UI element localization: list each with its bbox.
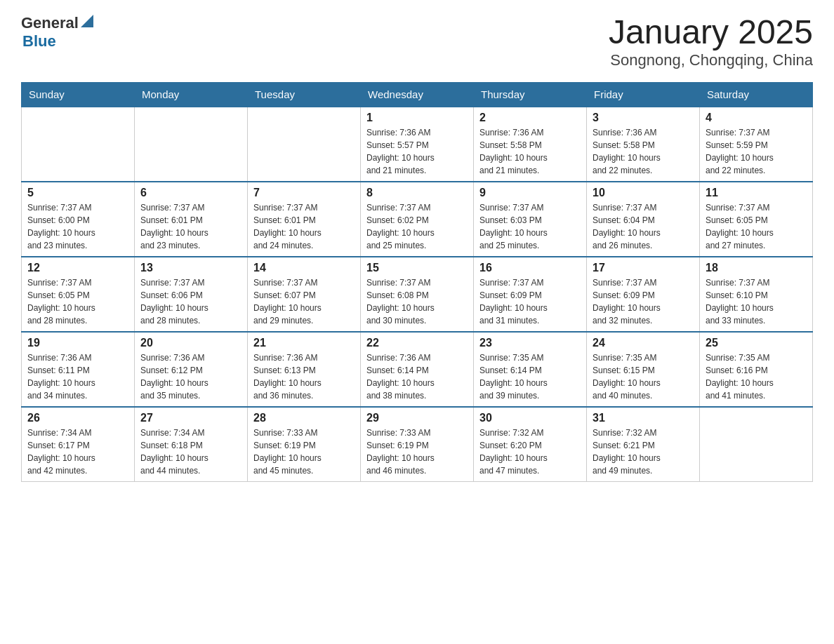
week-row-2: 5Sunrise: 7:37 AM Sunset: 6:00 PM Daylig… — [22, 182, 813, 257]
day-info: Sunrise: 7:37 AM Sunset: 6:08 PM Dayligh… — [366, 276, 468, 327]
calendar-cell: 9Sunrise: 7:37 AM Sunset: 6:03 PM Daylig… — [474, 182, 587, 257]
day-number: 1 — [366, 112, 468, 124]
day-info: Sunrise: 7:33 AM Sunset: 6:19 PM Dayligh… — [253, 427, 355, 477]
week-row-3: 12Sunrise: 7:37 AM Sunset: 6:05 PM Dayli… — [22, 257, 813, 332]
day-info: Sunrise: 7:36 AM Sunset: 6:12 PM Dayligh… — [140, 351, 241, 402]
calendar-cell: 16Sunrise: 7:37 AM Sunset: 6:09 PM Dayli… — [474, 257, 587, 332]
calendar-cell: 22Sunrise: 7:36 AM Sunset: 6:14 PM Dayli… — [361, 332, 474, 407]
calendar-cell: 5Sunrise: 7:37 AM Sunset: 6:00 PM Daylig… — [22, 182, 135, 257]
day-info: Sunrise: 7:32 AM Sunset: 6:21 PM Dayligh… — [593, 427, 694, 477]
calendar-cell: 31Sunrise: 7:32 AM Sunset: 6:21 PM Dayli… — [587, 407, 700, 482]
calendar-cell: 23Sunrise: 7:35 AM Sunset: 6:14 PM Dayli… — [474, 332, 587, 407]
day-number: 10 — [593, 187, 694, 199]
calendar-cell: 14Sunrise: 7:37 AM Sunset: 6:07 PM Dayli… — [248, 257, 361, 332]
weekday-header-monday: Monday — [135, 82, 248, 107]
weekday-header-wednesday: Wednesday — [361, 82, 474, 107]
calendar-cell: 21Sunrise: 7:36 AM Sunset: 6:13 PM Dayli… — [248, 332, 361, 407]
calendar-cell: 24Sunrise: 7:35 AM Sunset: 6:15 PM Dayli… — [587, 332, 700, 407]
calendar-subtitle: Songnong, Chongqing, China — [609, 51, 813, 69]
calendar-cell — [135, 107, 248, 182]
day-info: Sunrise: 7:35 AM Sunset: 6:15 PM Dayligh… — [593, 351, 694, 402]
day-info: Sunrise: 7:37 AM Sunset: 6:04 PM Dayligh… — [593, 201, 694, 252]
day-info: Sunrise: 7:37 AM Sunset: 6:02 PM Dayligh… — [366, 201, 468, 252]
day-number: 24 — [593, 337, 694, 349]
calendar-cell: 12Sunrise: 7:37 AM Sunset: 6:05 PM Dayli… — [22, 257, 135, 332]
day-info: Sunrise: 7:36 AM Sunset: 5:57 PM Dayligh… — [366, 126, 468, 177]
day-number: 8 — [366, 187, 468, 199]
calendar-cell: 17Sunrise: 7:37 AM Sunset: 6:09 PM Dayli… — [587, 257, 700, 332]
calendar-cell: 20Sunrise: 7:36 AM Sunset: 6:12 PM Dayli… — [135, 332, 248, 407]
day-number: 31 — [593, 412, 694, 424]
title-block: January 2025 Songnong, Chongqing, China — [609, 14, 813, 69]
day-info: Sunrise: 7:37 AM Sunset: 6:01 PM Dayligh… — [140, 201, 241, 252]
day-number: 20 — [140, 337, 241, 349]
logo: General Blue — [21, 14, 93, 51]
week-row-1: 1Sunrise: 7:36 AM Sunset: 5:57 PM Daylig… — [22, 107, 813, 182]
calendar-cell: 25Sunrise: 7:35 AM Sunset: 6:16 PM Dayli… — [700, 332, 813, 407]
weekday-header-saturday: Saturday — [700, 82, 813, 107]
calendar-cell: 7Sunrise: 7:37 AM Sunset: 6:01 PM Daylig… — [248, 182, 361, 257]
day-info: Sunrise: 7:34 AM Sunset: 6:17 PM Dayligh… — [27, 427, 128, 477]
day-number: 9 — [479, 187, 581, 199]
day-number: 23 — [479, 337, 581, 349]
day-info: Sunrise: 7:37 AM Sunset: 6:10 PM Dayligh… — [706, 276, 807, 327]
page-header: General Blue January 2025 Songnong, Chon… — [21, 14, 813, 69]
weekday-header-tuesday: Tuesday — [248, 82, 361, 107]
day-number: 25 — [706, 337, 807, 349]
day-number: 22 — [366, 337, 468, 349]
calendar-cell — [700, 407, 813, 482]
calendar-cell: 19Sunrise: 7:36 AM Sunset: 6:11 PM Dayli… — [22, 332, 135, 407]
calendar-cell: 10Sunrise: 7:37 AM Sunset: 6:04 PM Dayli… — [587, 182, 700, 257]
calendar-cell: 6Sunrise: 7:37 AM Sunset: 6:01 PM Daylig… — [135, 182, 248, 257]
day-number: 19 — [27, 337, 128, 349]
day-number: 16 — [479, 262, 581, 274]
calendar-cell: 30Sunrise: 7:32 AM Sunset: 6:20 PM Dayli… — [474, 407, 587, 482]
day-number: 15 — [366, 262, 468, 274]
week-row-5: 26Sunrise: 7:34 AM Sunset: 6:17 PM Dayli… — [22, 407, 813, 482]
day-number: 6 — [140, 187, 241, 199]
calendar-cell: 1Sunrise: 7:36 AM Sunset: 5:57 PM Daylig… — [361, 107, 474, 182]
weekday-header-friday: Friday — [587, 82, 700, 107]
logo-triangle-icon — [81, 15, 93, 27]
day-info: Sunrise: 7:32 AM Sunset: 6:20 PM Dayligh… — [479, 427, 581, 477]
day-info: Sunrise: 7:37 AM Sunset: 6:06 PM Dayligh… — [140, 276, 241, 327]
day-number: 18 — [706, 262, 807, 274]
calendar-title: January 2025 — [609, 14, 813, 51]
day-info: Sunrise: 7:37 AM Sunset: 6:05 PM Dayligh… — [27, 276, 128, 327]
day-info: Sunrise: 7:34 AM Sunset: 6:18 PM Dayligh… — [140, 427, 241, 477]
day-number: 13 — [140, 262, 241, 274]
calendar-cell: 18Sunrise: 7:37 AM Sunset: 6:10 PM Dayli… — [700, 257, 813, 332]
calendar-cell: 4Sunrise: 7:37 AM Sunset: 5:59 PM Daylig… — [700, 107, 813, 182]
calendar-cell: 27Sunrise: 7:34 AM Sunset: 6:18 PM Dayli… — [135, 407, 248, 482]
svg-marker-0 — [81, 15, 93, 27]
day-info: Sunrise: 7:35 AM Sunset: 6:14 PM Dayligh… — [479, 351, 581, 402]
day-info: Sunrise: 7:37 AM Sunset: 6:09 PM Dayligh… — [479, 276, 581, 327]
calendar-cell: 13Sunrise: 7:37 AM Sunset: 6:06 PM Dayli… — [135, 257, 248, 332]
day-number: 14 — [253, 262, 355, 274]
day-number: 28 — [253, 412, 355, 424]
day-info: Sunrise: 7:36 AM Sunset: 6:14 PM Dayligh… — [366, 351, 468, 402]
day-info: Sunrise: 7:33 AM Sunset: 6:19 PM Dayligh… — [366, 427, 468, 477]
calendar-cell: 2Sunrise: 7:36 AM Sunset: 5:58 PM Daylig… — [474, 107, 587, 182]
day-number: 12 — [27, 262, 128, 274]
week-row-4: 19Sunrise: 7:36 AM Sunset: 6:11 PM Dayli… — [22, 332, 813, 407]
day-info: Sunrise: 7:36 AM Sunset: 6:11 PM Dayligh… — [27, 351, 128, 402]
day-number: 11 — [706, 187, 807, 199]
day-info: Sunrise: 7:36 AM Sunset: 5:58 PM Dayligh… — [593, 126, 694, 177]
day-number: 21 — [253, 337, 355, 349]
day-number: 2 — [479, 112, 581, 124]
day-info: Sunrise: 7:37 AM Sunset: 6:03 PM Dayligh… — [479, 201, 581, 252]
calendar-cell — [22, 107, 135, 182]
calendar-cell: 26Sunrise: 7:34 AM Sunset: 6:17 PM Dayli… — [22, 407, 135, 482]
day-info: Sunrise: 7:37 AM Sunset: 6:09 PM Dayligh… — [593, 276, 694, 327]
calendar-cell: 28Sunrise: 7:33 AM Sunset: 6:19 PM Dayli… — [248, 407, 361, 482]
logo-text-general: General — [21, 14, 79, 32]
day-number: 5 — [27, 187, 128, 199]
day-number: 26 — [27, 412, 128, 424]
day-number: 17 — [593, 262, 694, 274]
day-info: Sunrise: 7:36 AM Sunset: 6:13 PM Dayligh… — [253, 351, 355, 402]
day-info: Sunrise: 7:37 AM Sunset: 6:07 PM Dayligh… — [253, 276, 355, 327]
day-info: Sunrise: 7:35 AM Sunset: 6:16 PM Dayligh… — [706, 351, 807, 402]
calendar-table: SundayMondayTuesdayWednesdayThursdayFrid… — [21, 82, 813, 482]
calendar-cell: 8Sunrise: 7:37 AM Sunset: 6:02 PM Daylig… — [361, 182, 474, 257]
